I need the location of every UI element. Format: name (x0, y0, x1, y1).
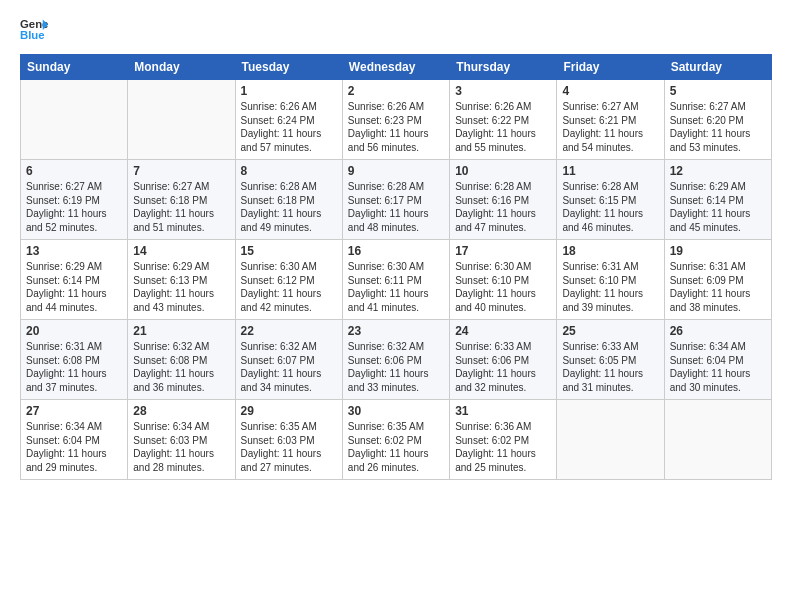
day-number: 29 (241, 404, 337, 418)
day-cell: 10Sunrise: 6:28 AMSunset: 6:16 PMDayligh… (450, 160, 557, 240)
day-info: Sunrise: 6:28 AMSunset: 6:15 PMDaylight:… (562, 180, 658, 234)
day-cell: 30Sunrise: 6:35 AMSunset: 6:02 PMDayligh… (342, 400, 449, 480)
day-info: Sunrise: 6:32 AMSunset: 6:07 PMDaylight:… (241, 340, 337, 394)
day-cell: 9Sunrise: 6:28 AMSunset: 6:17 PMDaylight… (342, 160, 449, 240)
day-info: Sunrise: 6:26 AMSunset: 6:24 PMDaylight:… (241, 100, 337, 154)
day-info: Sunrise: 6:27 AMSunset: 6:21 PMDaylight:… (562, 100, 658, 154)
page: General Blue SundayMondayTuesdayWednesda… (0, 0, 792, 612)
day-info: Sunrise: 6:29 AMSunset: 6:13 PMDaylight:… (133, 260, 229, 314)
day-info: Sunrise: 6:28 AMSunset: 6:17 PMDaylight:… (348, 180, 444, 234)
day-info: Sunrise: 6:30 AMSunset: 6:11 PMDaylight:… (348, 260, 444, 314)
day-number: 4 (562, 84, 658, 98)
day-info: Sunrise: 6:27 AMSunset: 6:19 PMDaylight:… (26, 180, 122, 234)
day-cell: 31Sunrise: 6:36 AMSunset: 6:02 PMDayligh… (450, 400, 557, 480)
day-cell: 1Sunrise: 6:26 AMSunset: 6:24 PMDaylight… (235, 80, 342, 160)
calendar-table: SundayMondayTuesdayWednesdayThursdayFrid… (20, 54, 772, 480)
day-number: 15 (241, 244, 337, 258)
day-cell: 13Sunrise: 6:29 AMSunset: 6:14 PMDayligh… (21, 240, 128, 320)
week-row-2: 6Sunrise: 6:27 AMSunset: 6:19 PMDaylight… (21, 160, 772, 240)
day-info: Sunrise: 6:26 AMSunset: 6:22 PMDaylight:… (455, 100, 551, 154)
day-cell: 23Sunrise: 6:32 AMSunset: 6:06 PMDayligh… (342, 320, 449, 400)
day-number: 24 (455, 324, 551, 338)
day-info: Sunrise: 6:31 AMSunset: 6:10 PMDaylight:… (562, 260, 658, 314)
day-number: 13 (26, 244, 122, 258)
day-header-friday: Friday (557, 55, 664, 80)
day-cell: 20Sunrise: 6:31 AMSunset: 6:08 PMDayligh… (21, 320, 128, 400)
day-cell: 3Sunrise: 6:26 AMSunset: 6:22 PMDaylight… (450, 80, 557, 160)
day-cell: 11Sunrise: 6:28 AMSunset: 6:15 PMDayligh… (557, 160, 664, 240)
day-cell: 14Sunrise: 6:29 AMSunset: 6:13 PMDayligh… (128, 240, 235, 320)
day-info: Sunrise: 6:29 AMSunset: 6:14 PMDaylight:… (670, 180, 766, 234)
day-info: Sunrise: 6:32 AMSunset: 6:08 PMDaylight:… (133, 340, 229, 394)
day-number: 28 (133, 404, 229, 418)
day-number: 20 (26, 324, 122, 338)
day-info: Sunrise: 6:33 AMSunset: 6:05 PMDaylight:… (562, 340, 658, 394)
week-row-3: 13Sunrise: 6:29 AMSunset: 6:14 PMDayligh… (21, 240, 772, 320)
day-cell (664, 400, 771, 480)
day-cell: 15Sunrise: 6:30 AMSunset: 6:12 PMDayligh… (235, 240, 342, 320)
day-number: 7 (133, 164, 229, 178)
week-row-1: 1Sunrise: 6:26 AMSunset: 6:24 PMDaylight… (21, 80, 772, 160)
day-header-wednesday: Wednesday (342, 55, 449, 80)
day-number: 8 (241, 164, 337, 178)
day-cell: 12Sunrise: 6:29 AMSunset: 6:14 PMDayligh… (664, 160, 771, 240)
day-number: 27 (26, 404, 122, 418)
day-info: Sunrise: 6:35 AMSunset: 6:02 PMDaylight:… (348, 420, 444, 474)
day-cell: 19Sunrise: 6:31 AMSunset: 6:09 PMDayligh… (664, 240, 771, 320)
day-header-sunday: Sunday (21, 55, 128, 80)
day-cell: 18Sunrise: 6:31 AMSunset: 6:10 PMDayligh… (557, 240, 664, 320)
day-number: 6 (26, 164, 122, 178)
day-cell: 7Sunrise: 6:27 AMSunset: 6:18 PMDaylight… (128, 160, 235, 240)
day-cell (21, 80, 128, 160)
logo-icon: General Blue (20, 16, 48, 44)
day-number: 3 (455, 84, 551, 98)
day-cell: 24Sunrise: 6:33 AMSunset: 6:06 PMDayligh… (450, 320, 557, 400)
day-cell: 17Sunrise: 6:30 AMSunset: 6:10 PMDayligh… (450, 240, 557, 320)
day-header-saturday: Saturday (664, 55, 771, 80)
day-info: Sunrise: 6:33 AMSunset: 6:06 PMDaylight:… (455, 340, 551, 394)
day-cell (557, 400, 664, 480)
day-header-tuesday: Tuesday (235, 55, 342, 80)
day-cell: 25Sunrise: 6:33 AMSunset: 6:05 PMDayligh… (557, 320, 664, 400)
day-number: 11 (562, 164, 658, 178)
day-number: 5 (670, 84, 766, 98)
week-row-4: 20Sunrise: 6:31 AMSunset: 6:08 PMDayligh… (21, 320, 772, 400)
day-info: Sunrise: 6:34 AMSunset: 6:03 PMDaylight:… (133, 420, 229, 474)
header: General Blue (20, 16, 772, 44)
header-row: SundayMondayTuesdayWednesdayThursdayFrid… (21, 55, 772, 80)
svg-text:Blue: Blue (20, 29, 45, 41)
day-info: Sunrise: 6:32 AMSunset: 6:06 PMDaylight:… (348, 340, 444, 394)
day-number: 16 (348, 244, 444, 258)
day-info: Sunrise: 6:31 AMSunset: 6:08 PMDaylight:… (26, 340, 122, 394)
day-cell (128, 80, 235, 160)
day-cell: 27Sunrise: 6:34 AMSunset: 6:04 PMDayligh… (21, 400, 128, 480)
day-info: Sunrise: 6:27 AMSunset: 6:20 PMDaylight:… (670, 100, 766, 154)
day-cell: 6Sunrise: 6:27 AMSunset: 6:19 PMDaylight… (21, 160, 128, 240)
day-info: Sunrise: 6:34 AMSunset: 6:04 PMDaylight:… (26, 420, 122, 474)
week-row-5: 27Sunrise: 6:34 AMSunset: 6:04 PMDayligh… (21, 400, 772, 480)
day-info: Sunrise: 6:31 AMSunset: 6:09 PMDaylight:… (670, 260, 766, 314)
day-cell: 8Sunrise: 6:28 AMSunset: 6:18 PMDaylight… (235, 160, 342, 240)
day-cell: 16Sunrise: 6:30 AMSunset: 6:11 PMDayligh… (342, 240, 449, 320)
day-cell: 5Sunrise: 6:27 AMSunset: 6:20 PMDaylight… (664, 80, 771, 160)
logo: General Blue (20, 16, 48, 44)
day-number: 9 (348, 164, 444, 178)
day-header-thursday: Thursday (450, 55, 557, 80)
day-info: Sunrise: 6:30 AMSunset: 6:12 PMDaylight:… (241, 260, 337, 314)
day-number: 2 (348, 84, 444, 98)
day-info: Sunrise: 6:28 AMSunset: 6:18 PMDaylight:… (241, 180, 337, 234)
day-number: 26 (670, 324, 766, 338)
day-info: Sunrise: 6:27 AMSunset: 6:18 PMDaylight:… (133, 180, 229, 234)
day-info: Sunrise: 6:36 AMSunset: 6:02 PMDaylight:… (455, 420, 551, 474)
day-info: Sunrise: 6:29 AMSunset: 6:14 PMDaylight:… (26, 260, 122, 314)
day-info: Sunrise: 6:26 AMSunset: 6:23 PMDaylight:… (348, 100, 444, 154)
day-header-monday: Monday (128, 55, 235, 80)
day-info: Sunrise: 6:28 AMSunset: 6:16 PMDaylight:… (455, 180, 551, 234)
day-info: Sunrise: 6:34 AMSunset: 6:04 PMDaylight:… (670, 340, 766, 394)
day-number: 12 (670, 164, 766, 178)
day-number: 18 (562, 244, 658, 258)
day-number: 17 (455, 244, 551, 258)
day-number: 21 (133, 324, 229, 338)
day-cell: 21Sunrise: 6:32 AMSunset: 6:08 PMDayligh… (128, 320, 235, 400)
day-number: 30 (348, 404, 444, 418)
